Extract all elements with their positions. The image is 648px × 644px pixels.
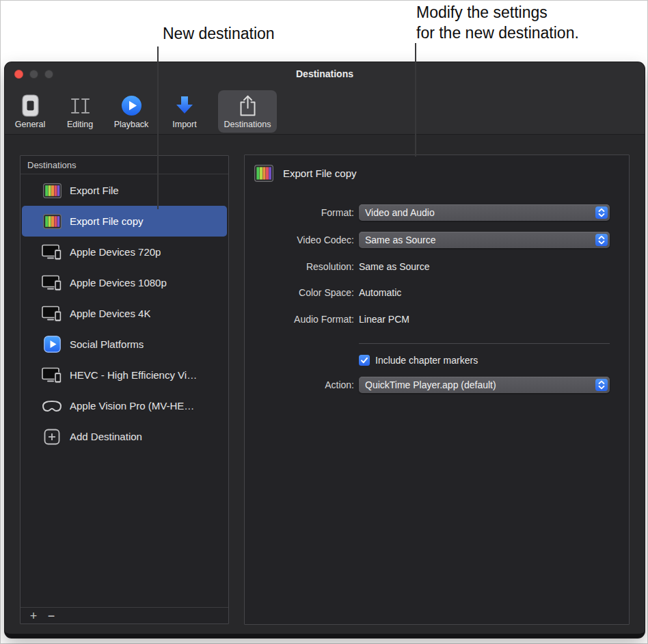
preferences-toolbar: General Editing	[5, 87, 645, 135]
resolution-value: Same as Source	[359, 260, 430, 273]
sidebar-item-label: Apple Devices 1080p	[70, 277, 167, 289]
toolbar-tab-editing[interactable]: Editing	[58, 90, 102, 133]
audio-format-label: Audio Format:	[245, 313, 354, 326]
include-chapter-markers-row: Include chapter markers	[359, 353, 478, 368]
action-popup[interactable]: QuickTime Player.app (default)	[359, 377, 610, 393]
detail-title: Export File copy	[283, 167, 357, 179]
screenshot-root: New destination Modify the settings for …	[0, 0, 648, 644]
toolbar-tab-playback[interactable]: Playback	[108, 90, 154, 133]
destination-detail-panel: Export File copy Format: Video and Audio	[244, 155, 630, 625]
apple-devices-icon	[40, 306, 64, 322]
sidebar-item-export-file[interactable]: Export File	[22, 175, 227, 206]
add-destination-icon	[40, 429, 64, 445]
filmstrip-icon	[40, 214, 64, 229]
video-codec-value: Same as Source	[365, 234, 436, 245]
sidebar-item-label: HEVC - High Efficiency Vi…	[70, 369, 197, 381]
destinations-preferences-window: Destinations General	[5, 62, 645, 638]
sidebar-footer: + −	[21, 607, 228, 623]
sidebar-item-add-destination[interactable]: Add Destination	[22, 421, 227, 452]
audio-format-value: Linear PCM	[359, 313, 409, 326]
resolution-label: Resolution:	[245, 260, 354, 273]
format-row: Format: Video and Audio	[245, 204, 629, 221]
sidebar-item-apple-devices-1080p[interactable]: Apple Devices 1080p	[22, 267, 227, 298]
action-value: QuickTime Player.app (default)	[365, 379, 496, 390]
popup-stepper-icon	[595, 234, 608, 246]
share-icon	[238, 93, 258, 118]
color-space-row: Color Space: Automatic	[245, 286, 629, 299]
playback-icon	[121, 93, 142, 118]
popup-stepper-icon	[595, 379, 608, 391]
callout-line-right	[415, 43, 416, 157]
video-codec-popup[interactable]: Same as Source	[359, 232, 610, 248]
format-label: Format:	[245, 204, 354, 221]
sidebar-item-label: Add Destination	[70, 431, 142, 442]
sidebar-item-label: Export File copy	[70, 215, 144, 227]
sidebar-item-label: Apple Devices 720p	[70, 246, 161, 258]
toolbar-tab-general[interactable]: General	[10, 90, 50, 133]
add-destination-button[interactable]: +	[25, 608, 42, 623]
sidebar-header: Destinations	[21, 156, 228, 174]
video-codec-row: Video Codec: Same as Source	[245, 232, 629, 248]
annotation-new-destination: New destination	[163, 23, 275, 44]
video-codec-label: Video Codec:	[245, 232, 354, 248]
callout-line-left	[157, 46, 159, 209]
window-title: Destinations	[5, 68, 645, 79]
toolbar-label-playback: Playback	[114, 120, 149, 129]
color-space-value: Automatic	[359, 286, 401, 299]
resolution-row: Resolution: Same as Source	[245, 260, 629, 273]
annotation-modify-line1: Modify the settings	[416, 2, 579, 23]
sidebar-item-social-platforms[interactable]: Social Platforms	[22, 329, 227, 360]
filmstrip-icon	[254, 165, 273, 182]
content-area: Destinations	[5, 135, 645, 634]
toolbar-tab-destinations[interactable]: Destinations	[218, 90, 277, 133]
toolbar-label-editing: Editing	[67, 120, 93, 129]
action-label: Action:	[245, 377, 354, 393]
social-platforms-icon	[40, 336, 64, 353]
toolbar-tab-import[interactable]: Import	[165, 90, 204, 133]
sidebar-item-apple-vision-pro[interactable]: Apple Vision Pro (MV-HE…	[22, 390, 227, 421]
apple-devices-icon	[40, 275, 64, 291]
format-value: Video and Audio	[365, 207, 435, 218]
destinations-sidebar: Destinations	[20, 155, 229, 624]
include-chapter-markers-label: Include chapter markers	[375, 355, 478, 366]
sidebar-item-label: Export File	[70, 185, 119, 196]
destinations-list: Export File	[21, 175, 228, 606]
detail-header: Export File copy	[254, 165, 357, 182]
toolbar-label-destinations: Destinations	[224, 120, 271, 129]
toolbar-label-general: General	[15, 120, 45, 129]
toolbar-label-import: Import	[172, 120, 196, 129]
popup-stepper-icon	[595, 206, 608, 219]
color-space-label: Color Space:	[245, 286, 354, 299]
remove-destination-button[interactable]: −	[42, 608, 60, 623]
titlebar: Destinations	[5, 62, 645, 87]
sidebar-item-hevc[interactable]: HEVC - High Efficiency Vi…	[22, 360, 227, 390]
apple-devices-icon	[40, 367, 64, 384]
annotation-modify-line2: for the new destination.	[416, 23, 579, 43]
vision-pro-icon	[40, 399, 64, 413]
format-popup[interactable]: Video and Audio	[359, 204, 610, 221]
sidebar-item-export-file-copy[interactable]: Export File copy	[22, 206, 227, 237]
audio-format-row: Audio Format: Linear PCM	[245, 313, 629, 326]
annotation-modify-settings: Modify the settings for the new destinat…	[416, 2, 579, 43]
sidebar-item-label: Social Platforms	[70, 338, 144, 350]
general-icon	[22, 93, 39, 118]
apple-devices-icon	[40, 244, 64, 260]
editing-icon	[68, 93, 92, 118]
import-icon	[174, 93, 195, 118]
sidebar-item-label: Apple Vision Pro (MV-HE…	[70, 400, 194, 412]
action-row: Action: QuickTime Player.app (default)	[245, 377, 629, 393]
sidebar-item-apple-devices-4k[interactable]: Apple Devices 4K	[22, 298, 227, 329]
filmstrip-icon	[40, 183, 64, 198]
sidebar-item-label: Apple Devices 4K	[70, 308, 150, 319]
sidebar-item-apple-devices-720p[interactable]: Apple Devices 720p	[22, 237, 227, 267]
section-divider	[359, 343, 610, 344]
include-chapter-markers-checkbox[interactable]	[359, 355, 370, 366]
